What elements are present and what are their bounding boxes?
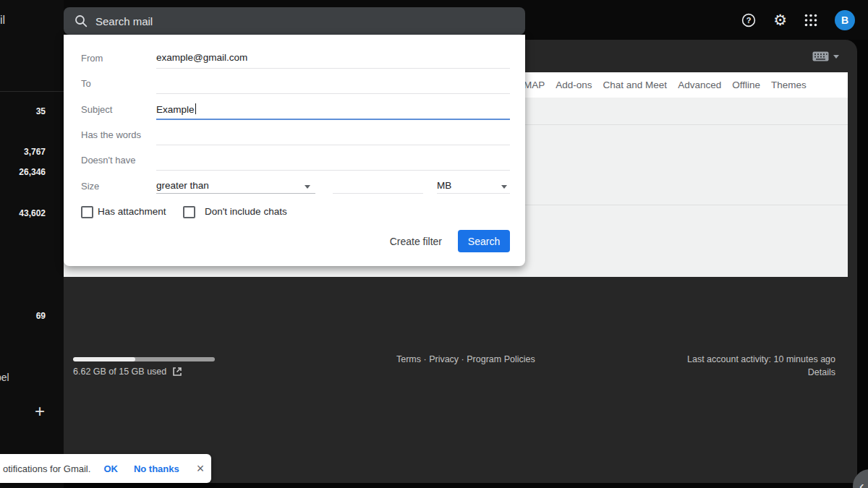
from-underline [156, 68, 510, 69]
header-icons: ? ⚙ B [741, 0, 855, 40]
label-name-fragment[interactable]: bel [0, 372, 9, 383]
size-comparator-select[interactable]: greater than [156, 180, 209, 191]
has-words-label: Has the words [81, 129, 141, 140]
details-link[interactable]: Details [808, 367, 835, 377]
tab-pop-imap[interactable]: MAP [524, 80, 545, 90]
tab-chat-and-meet[interactable]: Chat and Meet [603, 80, 668, 90]
settings-gear-icon[interactable]: ⚙ [773, 12, 787, 27]
size-label: Size [81, 181, 99, 192]
keyboard-icon [812, 51, 829, 61]
text-cursor [195, 103, 197, 114]
filter-actions: Create filter Search [390, 230, 510, 252]
sidebar: il 35 3,767 26,346 43,602 69 bel + [0, 0, 64, 488]
size-comparator-underline [156, 193, 315, 194]
search-input[interactable]: Search mail [95, 15, 153, 27]
dont-include-chats-label: Don't include chats [205, 206, 287, 217]
chevron-down-icon [833, 55, 839, 59]
create-filter-button[interactable]: Create filter [390, 236, 442, 247]
create-label-button[interactable]: + [35, 401, 45, 421]
size-unit-underline [437, 193, 510, 194]
settings-tab-strip: MAP Add-ons Chat and Meet Advanced Offli… [524, 72, 807, 98]
search-button[interactable]: Search [458, 230, 510, 252]
has-attachment-checkbox[interactable] [81, 206, 93, 218]
doesnt-have-label: Doesn't have [81, 155, 135, 166]
help-icon[interactable]: ? [741, 13, 756, 27]
search-icon[interactable] [74, 14, 88, 28]
toast-ok-button[interactable]: OK [103, 463, 118, 474]
subject-underline-focused [156, 119, 510, 120]
size-unit-select[interactable]: MB [437, 180, 451, 191]
to-underline [156, 93, 510, 94]
apps-grid-icon[interactable] [804, 14, 817, 27]
last-account-activity: Last account activity: 10 minutes ago [687, 354, 835, 364]
storage-progress-bar [73, 357, 215, 361]
search-filter-panel: From example@gmail.com To Subject Exampl… [64, 35, 525, 266]
tab-advanced[interactable]: Advanced [678, 80, 721, 90]
dont-include-chats-checkbox[interactable] [183, 206, 195, 218]
storage-progress-fill [73, 357, 135, 361]
has-attachment-label: Has attachment [98, 206, 166, 217]
storage-text: 6.62 GB of 15 GB used [73, 367, 166, 377]
size-amount-underline [333, 193, 423, 194]
unread-count: 26,346 [19, 167, 46, 177]
from-label: From [81, 53, 103, 64]
chevron-left-icon: ‹ [859, 478, 864, 488]
gmail-logo-fragment: il [0, 14, 5, 27]
tab-offline[interactable]: Offline [732, 80, 760, 90]
has-words-underline [156, 145, 510, 145]
unread-count: 69 [36, 311, 46, 321]
unread-count: 35 [36, 106, 46, 116]
unread-count: 3,767 [24, 147, 46, 157]
footer-links[interactable]: Terms · Privacy · Program Policies [396, 354, 535, 364]
tab-add-ons[interactable]: Add-ons [556, 80, 592, 90]
svg-text:?: ? [746, 16, 752, 25]
tab-themes[interactable]: Themes [771, 80, 807, 90]
storage-row: 6.62 GB of 15 GB used [73, 367, 182, 377]
search-bar[interactable]: Search mail [64, 7, 525, 35]
external-link-icon[interactable] [172, 367, 182, 377]
subject-field[interactable]: Example [156, 103, 196, 115]
toast-message: otifications for Gmail. [3, 463, 90, 474]
unread-count: 43,602 [19, 208, 46, 218]
toast-no-thanks-button[interactable]: No thanks [134, 463, 179, 474]
subject-label: Subject [81, 104, 112, 115]
from-field[interactable]: example@gmail.com [156, 52, 247, 63]
sidebar-divider [0, 91, 64, 92]
notification-toast: otifications for Gmail. OK No thanks × [0, 454, 211, 483]
input-method-selector[interactable] [812, 51, 839, 61]
chevron-down-icon [501, 185, 507, 189]
to-label: To [81, 78, 91, 89]
account-avatar[interactable]: B [835, 10, 855, 30]
close-icon[interactable]: × [197, 462, 205, 475]
doesnt-have-underline [156, 170, 510, 171]
chevron-down-icon [305, 185, 310, 189]
